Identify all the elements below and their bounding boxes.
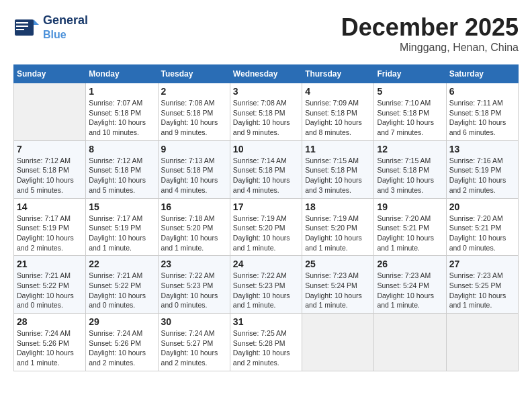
- sunset-label: Sunset: 5:22 PM: [89, 281, 141, 289]
- sunset-label: Sunset: 5:18 PM: [377, 109, 429, 117]
- day-number: 16: [161, 201, 227, 212]
- calendar-cell: 11 Sunrise: 7:15 AM Sunset: 5:18 PM Dayl…: [302, 140, 374, 198]
- day-info: Sunrise: 7:22 AM Sunset: 5:23 PM Dayligh…: [233, 271, 299, 310]
- day-info: Sunrise: 7:08 AM Sunset: 5:18 PM Dayligh…: [161, 98, 227, 138]
- sunset-label: Sunset: 5:18 PM: [161, 166, 214, 174]
- day-number: 19: [377, 201, 443, 212]
- daylight-label: Daylight: 10 hours and 9 minutes.: [233, 118, 290, 136]
- logo-general: General: [43, 13, 88, 27]
- svg-rect-3: [16, 26, 28, 27]
- day-number: 23: [161, 259, 227, 269]
- calendar-cell: 21 Sunrise: 7:21 AM Sunset: 5:22 PM Dayl…: [14, 256, 86, 314]
- header-tuesday: Tuesday: [158, 65, 230, 83]
- calendar-cell: 27 Sunrise: 7:23 AM Sunset: 5:25 PM Dayl…: [446, 256, 518, 314]
- day-info: Sunrise: 7:17 AM Sunset: 5:19 PM Dayligh…: [17, 214, 83, 253]
- sunrise-label: Sunrise: 7:21 AM: [17, 271, 71, 279]
- day-number: 17: [233, 201, 299, 212]
- month-title: December 2025: [341, 13, 519, 42]
- sunrise-label: Sunrise: 7:16 AM: [449, 156, 503, 165]
- day-info: Sunrise: 7:12 AM Sunset: 5:18 PM Dayligh…: [17, 156, 83, 195]
- logo: General Blue: [13, 13, 88, 42]
- daylight-label: Daylight: 10 hours and 1 minute.: [161, 234, 218, 252]
- daylight-label: Daylight: 10 hours and 1 minute.: [305, 234, 362, 252]
- daylight-label: Daylight: 10 hours and 2 minutes.: [89, 349, 146, 367]
- sunrise-label: Sunrise: 7:23 AM: [305, 271, 359, 279]
- day-number: 22: [89, 259, 154, 269]
- sunset-label: Sunset: 5:18 PM: [233, 166, 285, 174]
- sunset-label: Sunset: 5:27 PM: [161, 339, 214, 347]
- calendar-cell: 2 Sunrise: 7:08 AM Sunset: 5:18 PM Dayli…: [158, 83, 230, 141]
- calendar-cell: 10 Sunrise: 7:14 AM Sunset: 5:18 PM Dayl…: [230, 140, 302, 198]
- calendar-week-4: 21 Sunrise: 7:21 AM Sunset: 5:22 PM Dayl…: [14, 256, 519, 314]
- calendar-cell: 14 Sunrise: 7:17 AM Sunset: 5:19 PM Dayl…: [14, 198, 86, 256]
- sunrise-label: Sunrise: 7:08 AM: [233, 99, 287, 107]
- calendar-week-1: 1 Sunrise: 7:07 AM Sunset: 5:18 PM Dayli…: [14, 83, 519, 141]
- day-number: 8: [89, 144, 154, 154]
- header-sunday: Sunday: [14, 65, 86, 83]
- calendar-cell: 1 Sunrise: 7:07 AM Sunset: 5:18 PM Dayli…: [86, 83, 158, 141]
- daylight-label: Daylight: 10 hours and 8 minutes.: [305, 118, 362, 136]
- day-number: 5: [377, 86, 443, 97]
- sunrise-label: Sunrise: 7:12 AM: [17, 156, 71, 165]
- calendar-cell: 17 Sunrise: 7:19 AM Sunset: 5:20 PM Dayl…: [230, 198, 302, 256]
- day-number: 13: [449, 144, 515, 154]
- daylight-label: Daylight: 10 hours and 5 minutes.: [89, 176, 146, 194]
- sunset-label: Sunset: 5:18 PM: [89, 166, 141, 174]
- sunrise-label: Sunrise: 7:20 AM: [449, 214, 503, 222]
- sunset-label: Sunset: 5:26 PM: [89, 339, 141, 347]
- daylight-label: Daylight: 10 hours and 0 minutes.: [449, 234, 506, 252]
- calendar-cell: 31 Sunrise: 7:25 AM Sunset: 5:28 PM Dayl…: [230, 314, 302, 371]
- calendar-cell: 16 Sunrise: 7:18 AM Sunset: 5:20 PM Dayl…: [158, 198, 230, 256]
- daylight-label: Daylight: 10 hours and 3 minutes.: [305, 176, 362, 194]
- calendar-cell: 24 Sunrise: 7:22 AM Sunset: 5:23 PM Dayl…: [230, 256, 302, 314]
- day-info: Sunrise: 7:21 AM Sunset: 5:22 PM Dayligh…: [89, 271, 154, 310]
- sunset-label: Sunset: 5:24 PM: [377, 281, 429, 289]
- daylight-label: Daylight: 10 hours and 10 minutes.: [89, 118, 146, 136]
- calendar-cell: [302, 314, 374, 371]
- page-header: General Blue December 2025 Minggang, Hen…: [13, 13, 519, 54]
- sunset-label: Sunset: 5:21 PM: [377, 224, 429, 232]
- day-number: 12: [377, 144, 443, 154]
- sunset-label: Sunset: 5:19 PM: [449, 166, 502, 174]
- sunset-label: Sunset: 5:19 PM: [89, 224, 141, 232]
- sunset-label: Sunset: 5:23 PM: [233, 281, 285, 289]
- daylight-label: Daylight: 10 hours and 0 minutes.: [89, 291, 146, 310]
- calendar-body: 1 Sunrise: 7:07 AM Sunset: 5:18 PM Dayli…: [14, 83, 519, 371]
- header-saturday: Saturday: [446, 65, 518, 83]
- day-number: 3: [233, 86, 299, 97]
- daylight-label: Daylight: 10 hours and 1 minute.: [17, 349, 74, 367]
- calendar-week-2: 7 Sunrise: 7:12 AM Sunset: 5:18 PM Dayli…: [14, 140, 519, 198]
- daylight-label: Daylight: 10 hours and 4 minutes.: [161, 176, 218, 194]
- daylight-label: Daylight: 10 hours and 6 minutes.: [449, 118, 506, 136]
- calendar-cell: 28 Sunrise: 7:24 AM Sunset: 5:26 PM Dayl…: [14, 314, 86, 371]
- sunset-label: Sunset: 5:23 PM: [161, 281, 214, 289]
- logo-text: General Blue: [43, 13, 88, 42]
- day-info: Sunrise: 7:14 AM Sunset: 5:18 PM Dayligh…: [233, 156, 299, 195]
- daylight-label: Daylight: 10 hours and 1 minute.: [449, 291, 506, 310]
- day-info: Sunrise: 7:08 AM Sunset: 5:18 PM Dayligh…: [233, 98, 299, 138]
- sunrise-label: Sunrise: 7:17 AM: [89, 214, 142, 222]
- day-info: Sunrise: 7:07 AM Sunset: 5:18 PM Dayligh…: [89, 98, 154, 138]
- calendar-cell: 29 Sunrise: 7:24 AM Sunset: 5:26 PM Dayl…: [86, 314, 158, 371]
- sunrise-label: Sunrise: 7:22 AM: [161, 271, 215, 279]
- calendar-cell: 20 Sunrise: 7:20 AM Sunset: 5:21 PM Dayl…: [446, 198, 518, 256]
- calendar-cell: 30 Sunrise: 7:24 AM Sunset: 5:27 PM Dayl…: [158, 314, 230, 371]
- header-thursday: Thursday: [302, 65, 374, 83]
- sunset-label: Sunset: 5:18 PM: [89, 109, 141, 117]
- logo-icon: [13, 14, 40, 41]
- sunset-label: Sunset: 5:25 PM: [449, 281, 502, 289]
- day-number: 14: [17, 201, 83, 212]
- day-number: 4: [305, 86, 371, 97]
- day-number: 31: [233, 316, 299, 327]
- day-number: 21: [17, 259, 83, 269]
- sunset-label: Sunset: 5:18 PM: [377, 166, 429, 174]
- calendar-cell: 8 Sunrise: 7:12 AM Sunset: 5:18 PM Dayli…: [86, 140, 158, 198]
- sunset-label: Sunset: 5:24 PM: [305, 281, 357, 289]
- sunrise-label: Sunrise: 7:19 AM: [305, 214, 359, 222]
- daylight-label: Daylight: 10 hours and 1 minute.: [377, 234, 434, 252]
- day-info: Sunrise: 7:09 AM Sunset: 5:18 PM Dayligh…: [305, 98, 371, 138]
- daylight-label: Daylight: 10 hours and 1 minute.: [233, 234, 290, 252]
- daylight-label: Daylight: 10 hours and 5 minutes.: [17, 176, 74, 194]
- sunrise-label: Sunrise: 7:21 AM: [89, 271, 142, 279]
- calendar-week-3: 14 Sunrise: 7:17 AM Sunset: 5:19 PM Dayl…: [14, 198, 519, 256]
